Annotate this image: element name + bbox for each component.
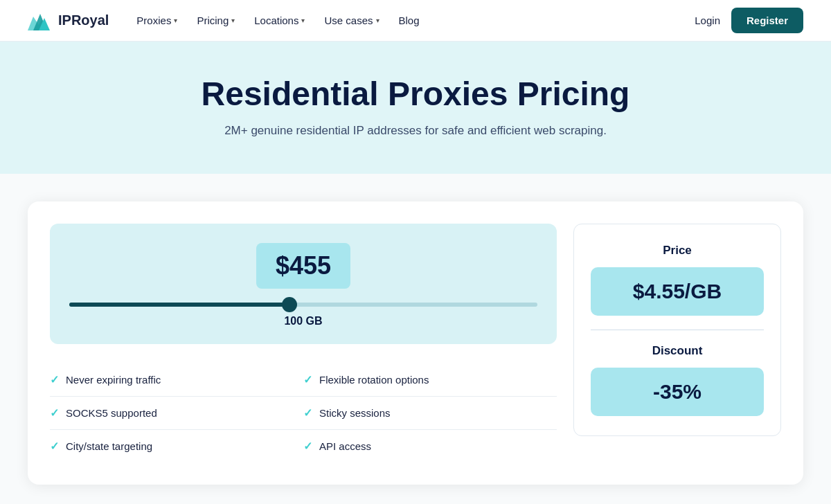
discount-label: Discount <box>591 344 764 358</box>
feature-item: ✓ Never expiring traffic <box>50 363 303 396</box>
hero-section: Residential Proxies Pricing 2M+ genuine … <box>0 42 831 174</box>
chevron-down-icon: ▾ <box>174 17 177 24</box>
right-panel: Price $4.55/GB Discount -35% <box>573 224 781 462</box>
chevron-down-icon: ▾ <box>301 17 305 24</box>
feature-label: SOCKS5 supported <box>66 407 157 419</box>
slider-section: $455 100 GB <box>50 224 557 344</box>
price-value: $4.55/GB <box>633 280 722 303</box>
feature-item: ✓ API access <box>303 429 557 462</box>
feature-label: API access <box>319 440 371 452</box>
login-button[interactable]: Login <box>695 15 720 26</box>
nav-locations[interactable]: Locations ▾ <box>254 15 305 26</box>
nav-links: Proxies ▾ Pricing ▾ Locations ▾ Use case… <box>136 15 695 26</box>
check-icon: ✓ <box>50 373 59 386</box>
chevron-down-icon: ▾ <box>376 17 379 24</box>
nav-blog[interactable]: Blog <box>399 15 420 26</box>
check-icon: ✓ <box>50 440 59 453</box>
feature-label: Flexible rotation options <box>319 374 429 386</box>
check-icon: ✓ <box>303 440 312 453</box>
hero-subtitle: 2M+ genuine residential IP addresses for… <box>28 124 803 138</box>
pricing-card: $455 100 GB ✓ Never expiring traffic <box>28 201 803 485</box>
slider-thumb[interactable] <box>282 297 297 312</box>
register-button[interactable]: Register <box>731 8 803 33</box>
price-summary-card: Price $4.55/GB Discount -35% <box>573 224 781 436</box>
nav-pricing[interactable]: Pricing ▾ <box>197 15 235 26</box>
nav-use-cases[interactable]: Use cases ▾ <box>324 15 379 26</box>
check-icon: ✓ <box>303 373 312 386</box>
main-content: $455 100 GB ✓ Never expiring traffic <box>0 174 831 504</box>
discount-value: -35% <box>653 380 702 403</box>
features-grid: ✓ Never expiring traffic ✓ Flexible rota… <box>50 363 557 462</box>
feature-item: ✓ Sticky sessions <box>303 396 557 429</box>
feature-item: ✓ SOCKS5 supported <box>50 396 303 429</box>
chevron-down-icon: ▾ <box>231 17 235 24</box>
discount-box: -35% <box>591 368 764 416</box>
nav-actions: Login Register <box>695 8 803 33</box>
logo[interactable]: IPRoyal <box>28 11 109 30</box>
slider-track <box>69 303 537 307</box>
logo-text: IPRoyal <box>58 12 109 28</box>
nav-proxies[interactable]: Proxies ▾ <box>136 15 177 26</box>
check-icon: ✓ <box>303 406 312 420</box>
feature-label: City/state targeting <box>66 440 152 452</box>
check-icon: ✓ <box>50 406 59 420</box>
feature-label: Never expiring traffic <box>66 374 161 386</box>
price-bubble: $455 <box>256 243 350 289</box>
slider-fill <box>69 303 289 307</box>
left-panel: $455 100 GB ✓ Never expiring traffic <box>50 224 557 462</box>
price-value-box: $4.55/GB <box>591 267 764 316</box>
feature-item: ✓ City/state targeting <box>50 429 303 462</box>
feature-label: Sticky sessions <box>319 407 391 419</box>
price-display: $455 <box>276 251 331 280</box>
price-label: Price <box>591 244 764 258</box>
divider <box>591 330 764 330</box>
logo-icon <box>28 11 53 30</box>
page-title: Residential Proxies Pricing <box>28 75 803 113</box>
slider-label: 100 GB <box>69 315 537 327</box>
feature-item: ✓ Flexible rotation options <box>303 363 557 396</box>
slider-container[interactable] <box>69 303 537 307</box>
